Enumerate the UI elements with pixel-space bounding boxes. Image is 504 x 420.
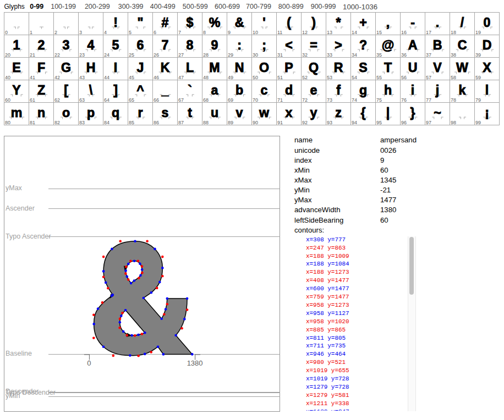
svg-text:": " (138, 15, 144, 30)
svg-text:16: 16 (401, 30, 407, 35)
svg-text:P: P (284, 60, 293, 75)
svg-text:4: 4 (104, 30, 107, 35)
svg-text:40: 40 (5, 75, 10, 80)
svg-text:$: $ (187, 15, 194, 30)
svg-text:99: 99 (475, 120, 481, 125)
svg-text:29: 29 (228, 52, 233, 58)
svg-text:70: 70 (253, 97, 258, 103)
svg-text:78: 78 (451, 97, 456, 103)
svg-text:5: 5 (129, 30, 132, 35)
svg-text:|: | (386, 106, 390, 120)
svg-text:56: 56 (401, 75, 407, 80)
svg-text:55: 55 (376, 75, 382, 80)
svg-text:53: 53 (327, 75, 332, 80)
svg-text:60: 60 (5, 97, 10, 103)
svg-text:Y: Y (12, 83, 21, 97)
svg-text:<: < (285, 38, 293, 52)
svg-text:v: v (236, 106, 243, 120)
svg-text:52: 52 (302, 75, 308, 80)
svg-text:@: @ (382, 38, 395, 52)
svg-text:47: 47 (178, 75, 184, 80)
svg-text:b: b (235, 83, 243, 97)
svg-text:U: U (408, 60, 418, 75)
svg-text:63: 63 (79, 97, 85, 103)
svg-text:y: y (310, 106, 317, 120)
svg-text:64: 64 (104, 97, 109, 103)
svg-text:*: * (336, 15, 341, 30)
svg-text:28: 28 (203, 52, 209, 58)
svg-text:8: 8 (187, 38, 194, 52)
svg-text:{: { (360, 106, 365, 120)
svg-text:R: R (334, 60, 343, 75)
svg-text:75: 75 (376, 97, 382, 103)
svg-text:g: g (359, 83, 367, 97)
svg-text:83: 83 (79, 120, 85, 125)
svg-text:B: B (433, 38, 442, 52)
svg-text:95: 95 (376, 120, 382, 125)
svg-text:\: \ (89, 83, 93, 97)
svg-text:Ascender: Ascender (6, 205, 35, 212)
svg-text:3: 3 (79, 30, 82, 35)
svg-text:A: A (408, 38, 418, 52)
svg-text:u: u (211, 106, 218, 120)
svg-text:15: 15 (376, 30, 382, 35)
svg-text:76: 76 (401, 97, 407, 103)
svg-text:87: 87 (178, 120, 184, 125)
svg-text:L: L (186, 60, 194, 75)
svg-text:36: 36 (401, 52, 407, 58)
svg-text:81: 81 (30, 120, 35, 125)
svg-text:34: 34 (352, 52, 357, 58)
svg-text:~: ~ (434, 106, 441, 120)
svg-text:61: 61 (30, 97, 35, 103)
svg-text:97: 97 (426, 120, 431, 125)
svg-text:1: 1 (13, 38, 20, 52)
svg-text::: : (237, 38, 242, 52)
svg-text:%: % (209, 15, 221, 30)
svg-text:82: 82 (54, 120, 60, 125)
svg-text:6: 6 (154, 30, 156, 35)
svg-text:k: k (459, 83, 466, 97)
svg-text:d: d (285, 83, 293, 97)
svg-text:1380: 1380 (187, 359, 203, 367)
svg-text:m: m (11, 106, 23, 120)
svg-text:14: 14 (352, 30, 357, 35)
svg-text:17: 17 (426, 30, 431, 35)
svg-text:/: / (461, 15, 464, 30)
svg-text:86: 86 (154, 120, 159, 125)
svg-text:80: 80 (5, 120, 10, 125)
svg-text:27: 27 (178, 52, 184, 58)
svg-text:[: [ (64, 83, 68, 97)
svg-text:24: 24 (104, 52, 109, 58)
svg-text:a: a (211, 83, 219, 97)
svg-text:68: 68 (203, 97, 209, 103)
svg-text:0: 0 (87, 359, 91, 367)
svg-text:h: h (384, 83, 392, 97)
svg-text:44: 44 (104, 75, 109, 80)
svg-text:t: t (188, 106, 192, 120)
svg-text:J: J (137, 60, 144, 75)
svg-text:(: ( (287, 15, 291, 30)
svg-text:51: 51 (277, 75, 283, 80)
svg-text:72: 72 (302, 97, 308, 103)
svg-text:': ' (262, 15, 266, 30)
svg-text:H: H (86, 60, 96, 75)
svg-text:^: ^ (136, 83, 144, 97)
svg-text:66: 66 (154, 97, 159, 103)
svg-text:20: 20 (5, 52, 10, 58)
svg-text:Typo Ascender: Typo Ascender (6, 233, 51, 240)
svg-text:>: > (335, 38, 342, 52)
svg-text:S: S (359, 60, 367, 75)
svg-text:31: 31 (277, 52, 283, 58)
svg-text:): ) (311, 15, 316, 30)
svg-text:96: 96 (401, 120, 407, 125)
svg-text:35: 35 (376, 52, 382, 58)
svg-text:F: F (37, 60, 45, 75)
svg-text:91: 91 (277, 120, 283, 125)
svg-text:w: w (259, 106, 270, 120)
svg-text:49: 49 (228, 75, 233, 80)
svg-text:8: 8 (203, 30, 206, 35)
svg-text:yMax: yMax (6, 184, 23, 192)
svg-text:c: c (261, 83, 268, 97)
svg-text:Baseline: Baseline (6, 350, 32, 357)
svg-text:,: , (386, 15, 390, 30)
